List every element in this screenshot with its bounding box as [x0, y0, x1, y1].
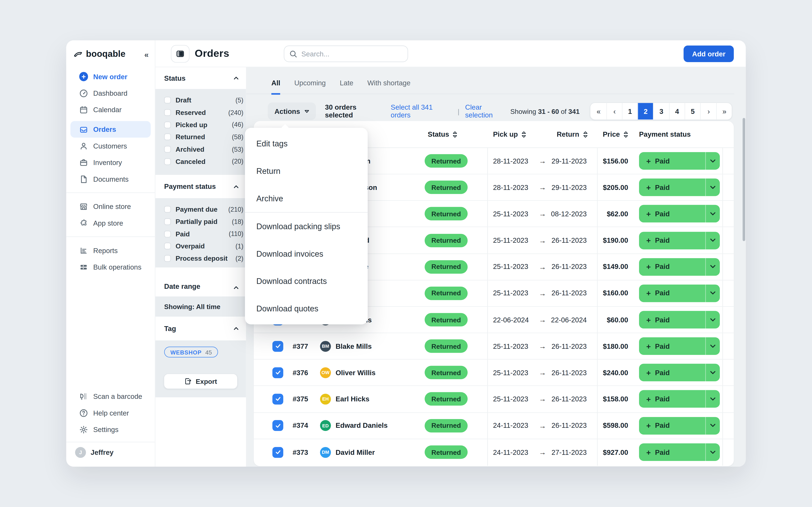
header-price[interactable]: Price	[597, 121, 633, 148]
filter-payment-header[interactable]: Payment status	[155, 175, 246, 198]
checkbox-checked[interactable]	[272, 447, 283, 458]
paid-main-segment[interactable]: +Paid	[639, 417, 706, 434]
paid-caret-segment[interactable]	[706, 444, 720, 461]
select-all-link[interactable]: Select all 341 orders	[391, 104, 453, 119]
menu-item-archive[interactable]: Archive	[245, 185, 367, 212]
checkbox-checked[interactable]	[272, 420, 283, 431]
header-return[interactable]: Return	[557, 130, 588, 138]
page-button-»[interactable]: »	[716, 103, 732, 119]
checkbox-unchecked[interactable]	[164, 255, 171, 262]
search-box[interactable]	[284, 46, 408, 62]
sort-icon[interactable]	[623, 130, 628, 138]
paid-dropdown-button[interactable]: +Paid	[639, 258, 720, 276]
checkbox-checked[interactable]	[272, 394, 283, 404]
paid-dropdown-button[interactable]: +Paid	[639, 178, 720, 196]
filter-item-picked-up[interactable]: Picked up(46)	[155, 119, 246, 131]
checkbox-checked[interactable]	[272, 367, 283, 378]
checkbox-unchecked[interactable]	[164, 146, 171, 153]
filter-item-payment-due[interactable]: Payment due(210)	[155, 203, 246, 216]
paid-dropdown-button[interactable]: +Paid	[639, 152, 720, 170]
actions-button[interactable]: Actions	[268, 103, 316, 120]
page-button-›[interactable]: ›	[700, 103, 716, 119]
paid-main-segment[interactable]: +Paid	[639, 337, 706, 355]
paid-main-segment[interactable]: +Paid	[639, 178, 706, 196]
paid-dropdown-button[interactable]: +Paid	[639, 205, 720, 223]
header-status[interactable]: Status	[424, 121, 487, 148]
customer-cell[interactable]: OWOliver Willis	[315, 360, 424, 386]
paid-dropdown-button[interactable]: +Paid	[639, 311, 720, 329]
paid-main-segment[interactable]: +Paid	[639, 231, 706, 249]
order-number[interactable]: #374	[288, 412, 315, 439]
user-row[interactable]: J Jeffrey	[66, 442, 155, 462]
page-button-2[interactable]: 2	[638, 103, 653, 119]
filter-item-draft[interactable]: Draft(5)	[155, 94, 246, 107]
paid-main-segment[interactable]: +Paid	[639, 444, 706, 461]
export-button[interactable]: Export	[164, 374, 238, 389]
filter-item-archived[interactable]: Archived(53)	[155, 143, 246, 156]
customer-cell[interactable]: BMBlake Mills	[315, 333, 424, 359]
sidebar-toggle-button[interactable]	[171, 45, 190, 62]
page-button-4[interactable]: 4	[669, 103, 685, 119]
checkbox-unchecked[interactable]	[164, 109, 171, 116]
page-button-5[interactable]: 5	[685, 103, 700, 119]
menu-item-return[interactable]: Return	[245, 157, 367, 185]
sidebar-item-scan-a-barcode[interactable]: Scan a barcode	[70, 388, 151, 404]
paid-dropdown-button[interactable]: +Paid	[639, 364, 720, 381]
checkbox-unchecked[interactable]	[164, 231, 171, 237]
paid-caret-segment[interactable]	[706, 285, 720, 302]
filter-item-returned[interactable]: Returned(58)	[155, 131, 246, 143]
order-number[interactable]: #376	[288, 360, 315, 386]
menu-item-download-quotes[interactable]: Download quotes	[245, 295, 367, 322]
menu-item-download-packing-slips[interactable]: Download packing slips	[245, 213, 367, 240]
paid-main-segment[interactable]: +Paid	[639, 152, 706, 170]
paid-caret-segment[interactable]	[706, 417, 720, 434]
checkbox-unchecked[interactable]	[164, 243, 171, 250]
search-input[interactable]	[301, 50, 402, 58]
header-pickup[interactable]: Pick up	[493, 130, 526, 138]
paid-dropdown-button[interactable]: +Paid	[639, 417, 720, 434]
sort-icon[interactable]	[453, 130, 457, 138]
sidebar-item-calendar[interactable]: Calendar	[70, 101, 151, 118]
sidebar-item-customers[interactable]: Customers	[70, 137, 151, 154]
paid-caret-segment[interactable]	[706, 337, 720, 355]
sidebar-item-reports[interactable]: Reports	[70, 242, 151, 259]
filter-status-header[interactable]: Status	[155, 67, 246, 89]
page-button-«[interactable]: «	[591, 103, 606, 119]
paid-caret-segment[interactable]	[706, 364, 720, 381]
sidebar-item-new-order[interactable]: +New order	[70, 68, 151, 85]
paid-caret-segment[interactable]	[706, 231, 720, 249]
filter-item-process-deposit[interactable]: Process deposit(2)	[155, 252, 246, 265]
paid-dropdown-button[interactable]: +Paid	[639, 231, 720, 249]
filter-item-reserved[interactable]: Reserved(240)	[155, 107, 246, 119]
paid-caret-segment[interactable]	[706, 178, 720, 196]
sidebar-item-app-store[interactable]: App store	[70, 215, 151, 231]
page-button-‹[interactable]: ‹	[606, 103, 622, 119]
order-number[interactable]: #375	[288, 386, 315, 412]
paid-main-segment[interactable]: +Paid	[639, 390, 706, 408]
tab-with-shortage[interactable]: With shortage	[367, 79, 410, 95]
sidebar-item-settings[interactable]: Settings	[70, 421, 151, 438]
menu-item-download-contracts[interactable]: Download contracts	[245, 268, 367, 295]
filter-item-partially-paid[interactable]: Partially paid(18)	[155, 216, 246, 228]
paid-caret-segment[interactable]	[706, 311, 720, 329]
sidebar-item-documents[interactable]: Documents	[70, 171, 151, 187]
sidebar-item-help-center[interactable]: Help center	[70, 404, 151, 421]
paid-caret-segment[interactable]	[706, 152, 720, 170]
menu-item-edit-tags[interactable]: Edit tags	[245, 130, 367, 157]
paid-main-segment[interactable]: +Paid	[639, 285, 706, 302]
paid-dropdown-button[interactable]: +Paid	[639, 337, 720, 355]
paid-caret-segment[interactable]	[706, 205, 720, 223]
paid-dropdown-button[interactable]: +Paid	[639, 390, 720, 408]
filter-item-overpaid[interactable]: Overpaid(1)	[155, 240, 246, 252]
paid-main-segment[interactable]: +Paid	[639, 205, 706, 223]
sidebar-item-bulk-operations[interactable]: Bulk operations	[70, 259, 151, 275]
add-order-button[interactable]: Add order	[684, 46, 734, 62]
paid-dropdown-button[interactable]: +Paid	[639, 444, 720, 461]
sidebar-item-online-store[interactable]: Online store	[70, 198, 151, 215]
checkbox-unchecked[interactable]	[164, 134, 171, 140]
vertical-scrollbar[interactable]	[743, 118, 745, 241]
page-button-3[interactable]: 3	[653, 103, 669, 119]
sidebar-item-dashboard[interactable]: Dashboard	[70, 85, 151, 101]
paid-main-segment[interactable]: +Paid	[639, 364, 706, 381]
tab-upcoming[interactable]: Upcoming	[294, 79, 326, 95]
